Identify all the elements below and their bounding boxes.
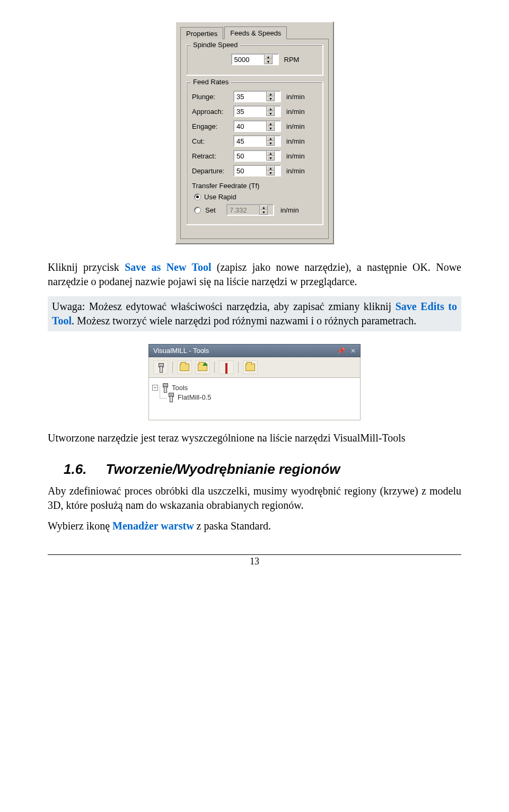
spindle-speed-input-wrap: ▲ ▼ [231, 54, 279, 65]
notice-a: Uwaga: Możesz edytować właściwości narzę… [52, 301, 396, 312]
flatmill-tool-icon [167, 393, 174, 401]
set-radio[interactable] [194, 207, 201, 214]
pin-icon[interactable]: 📌 [337, 347, 345, 355]
toolbar-separator-3 [238, 361, 239, 373]
transfer-feedrate-label: Transfer Feedrate (Tf) [192, 182, 317, 190]
set-unit: in/min [280, 206, 299, 214]
heading-text: Tworzenie/Wyodrębnianie regionów [106, 461, 340, 477]
retract-up-icon[interactable]: ▲ [267, 151, 275, 156]
cut-down-icon[interactable]: ▼ [267, 141, 275, 146]
spindle-speed-input[interactable] [232, 55, 264, 64]
engage-unit: in/min [286, 122, 305, 130]
cut-unit: in/min [286, 137, 305, 145]
departure-unit: in/min [286, 167, 305, 175]
mill-icon [157, 363, 164, 372]
tree-collapse-icon[interactable]: − [152, 385, 158, 391]
heading-number: 1.6. [64, 461, 86, 477]
set-value-input [227, 205, 259, 215]
toolbar-separator-1 [172, 361, 173, 373]
plunge-input[interactable] [234, 92, 266, 101]
menadzer-warstw-ref: Menadżer warstw [112, 520, 194, 532]
p1-text-a: Kliknij przycisk [48, 261, 125, 273]
retract-down-icon[interactable]: ▼ [267, 156, 275, 161]
set-label: Set [205, 206, 222, 214]
new-tool-button[interactable] [153, 360, 168, 374]
spindle-up-icon[interactable]: ▲ [265, 55, 273, 59]
section-heading: 1.6. Tworzenie/Wyodrębnianie regionów [64, 461, 461, 478]
paragraph-2: Utworzone narzędzie jest teraz wyszczegó… [48, 431, 461, 445]
visualmill-tools-panel: VisualMILL - Tools 📌 ✕ − [148, 344, 361, 420]
engage-label: Engage: [192, 122, 230, 130]
export-tool-library-button[interactable] [195, 360, 210, 374]
engage-up-icon[interactable]: ▲ [267, 121, 275, 126]
feed-rates-group: Feed Rates Plunge: ▲▼ in/min Approach: ▲… [186, 82, 323, 225]
departure-down-icon[interactable]: ▼ [267, 171, 275, 175]
engage-input[interactable] [234, 121, 266, 131]
cut-input[interactable] [234, 136, 266, 146]
open-tool-library-button[interactable] [177, 360, 192, 374]
tree-child-label[interactable]: FlatMill-0.5 [178, 393, 212, 401]
set-down-icon: ▼ [260, 210, 268, 215]
departure-up-icon[interactable]: ▲ [267, 166, 275, 171]
folder-export-icon [198, 364, 207, 371]
tab-feeds-speeds[interactable]: Feeds & Speeds [224, 27, 287, 39]
p4-a: Wybierz ikonę [48, 520, 112, 532]
panel-toolbar [148, 357, 361, 378]
panel-title: VisualMILL - Tools [153, 347, 209, 355]
plunge-down-icon[interactable]: ▼ [267, 96, 275, 101]
p4-c: z paska Standard. [194, 520, 271, 532]
paragraph-4: Wybierz ikonę Menadżer warstw z paska St… [48, 519, 461, 533]
folder-import-icon [245, 364, 255, 371]
import-tool-button[interactable] [243, 360, 258, 374]
page-footer: 13 [48, 554, 461, 567]
approach-input[interactable] [234, 107, 266, 116]
close-icon[interactable]: ✕ [350, 347, 356, 355]
paragraph-3: Aby zdefiniować proces obróbki dla uszcz… [48, 484, 461, 513]
cut-label: Cut: [192, 137, 230, 145]
spindle-group-title: Spindle Speed [191, 41, 240, 49]
notice-c: . Możesz tworzyć wiele narzędzi pod różn… [72, 315, 416, 326]
folder-open-icon [180, 364, 189, 371]
feedrates-title: Feed Rates [191, 78, 231, 86]
tool-properties-dialog: Properties Feeds & Speeds Spindle Speed … [175, 21, 334, 244]
use-rapid-label: Use Rapid [204, 193, 236, 201]
tool-warning-button[interactable] [219, 360, 234, 374]
exclamation-icon [225, 363, 227, 372]
plunge-up-icon[interactable]: ▲ [267, 92, 275, 96]
page-number: 13 [250, 556, 259, 567]
toolbar-separator-2 [214, 361, 215, 373]
approach-up-icon[interactable]: ▲ [267, 107, 275, 111]
approach-down-icon[interactable]: ▼ [267, 111, 275, 116]
paragraph-1: Kliknij przycisk Save as New Tool (zapis… [48, 260, 461, 289]
retract-label: Retract: [192, 152, 230, 160]
use-rapid-radio[interactable] [194, 193, 201, 200]
tab-properties[interactable]: Properties [180, 27, 223, 39]
departure-input[interactable] [234, 166, 266, 175]
approach-unit: in/min [286, 108, 305, 116]
approach-label: Approach: [192, 108, 230, 116]
set-up-icon: ▲ [260, 205, 268, 210]
document-body: Kliknij przycisk Save as New Tool (zapis… [48, 260, 461, 331]
notice-box: Uwaga: Możesz edytować właściwości narzę… [48, 296, 461, 331]
tab-panel: Spindle Speed ▲ ▼ RPM Feed Rates Plunge: [180, 39, 329, 239]
engage-down-icon[interactable]: ▼ [267, 126, 275, 131]
spindle-speed-group: Spindle Speed ▲ ▼ RPM [186, 45, 323, 75]
save-as-new-tool-ref: Save as New Tool [125, 261, 211, 273]
panel-tree: − Tools FlatMill-0.5 [148, 378, 361, 420]
panel-title-bar: VisualMILL - Tools 📌 ✕ [148, 344, 361, 357]
retract-input[interactable] [234, 151, 266, 161]
retract-unit: in/min [286, 152, 305, 160]
plunge-label: Plunge: [192, 93, 230, 101]
tree-root-label[interactable]: Tools [172, 384, 188, 392]
spindle-down-icon[interactable]: ▼ [265, 59, 273, 64]
cut-up-icon[interactable]: ▲ [267, 136, 275, 141]
dialog-tabs: Properties Feeds & Speeds [180, 27, 329, 39]
plunge-unit: in/min [286, 93, 305, 101]
departure-label: Departure: [192, 167, 230, 175]
spindle-unit: RPM [284, 56, 300, 64]
